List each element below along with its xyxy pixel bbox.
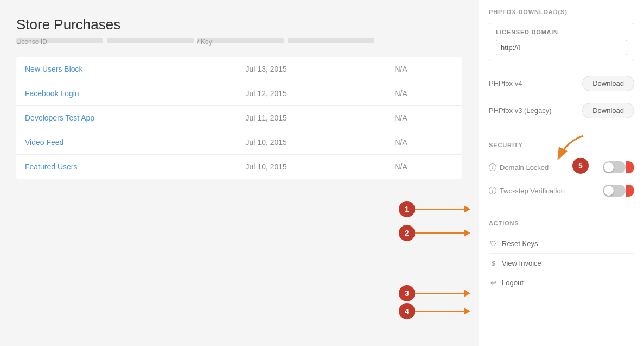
purchase-name[interactable]: Facebook Login	[16, 81, 237, 106]
download-rows: PHPfox v4 Download PHPfox v3 (Legacy) Do…	[489, 70, 634, 124]
purchase-status: N/A	[386, 57, 462, 81]
license-id-label: License ID:	[16, 38, 103, 43]
actions-rows: 🛡 Reset Keys $ View Invoice ↩ Logout	[489, 234, 634, 292]
key-label: / Key:	[197, 38, 284, 43]
security-label: i Two-step Verification	[489, 187, 565, 195]
purchase-date: Jul 13, 2015	[237, 57, 386, 81]
page-wrapper: Store Purchases License ID: / Key: New U…	[0, 0, 644, 346]
security-label: i Domain Locked	[489, 163, 549, 172]
table-row: Facebook Login Jul 12, 2015 N/A	[16, 81, 462, 106]
toggle-switch[interactable]	[603, 161, 626, 173]
purchase-status: N/A	[386, 155, 462, 179]
security-row: i Two-step Verification	[489, 179, 634, 202]
license-id-value	[107, 38, 194, 43]
license-info: License ID: / Key:	[16, 36, 462, 44]
purchase-status: N/A	[386, 81, 462, 106]
purchase-date: Jul 11, 2015	[237, 106, 386, 130]
download-button[interactable]: Download	[582, 103, 634, 118]
action-label: Reset Keys	[502, 240, 538, 248]
toggle-wrapper[interactable]	[603, 185, 634, 197]
toggle-end	[626, 185, 634, 197]
purchase-name[interactable]: Featured Users	[16, 155, 237, 179]
purchase-date: Jul 12, 2015	[237, 81, 386, 106]
table-row: Developers Test App Jul 11, 2015 N/A	[16, 106, 462, 130]
key-value	[288, 38, 374, 43]
purchase-table: New Users Block Jul 13, 2015 N/A Faceboo…	[16, 57, 462, 179]
layout: Store Purchases License ID: / Key: New U…	[0, 0, 644, 346]
security-rows: i Domain Locked i Two-step Verification	[489, 156, 634, 202]
action-row[interactable]: ↩ Logout	[489, 273, 634, 292]
licensed-domain-box: LICENSED DOMAIN	[489, 23, 634, 61]
purchase-date: Jul 10, 2015	[237, 155, 386, 179]
toggle-knob	[604, 162, 614, 172]
action-label: Logout	[502, 279, 524, 287]
toggle-knob	[604, 186, 614, 196]
action-label: View Invoice	[502, 259, 541, 267]
download-label: PHPfox v3 (Legacy)	[489, 106, 552, 115]
right-panel: PHPFOX DOWNLOAD(S) LICENSED DOMAIN PHPfo…	[479, 0, 644, 346]
toggle-switch[interactable]	[603, 185, 626, 197]
info-icon: i	[489, 187, 496, 194]
downloads-title: PHPFOX DOWNLOAD(S)	[489, 9, 634, 15]
download-label: PHPfox v4	[489, 79, 522, 87]
download-button[interactable]: Download	[582, 76, 634, 91]
downloads-header-section: PHPFOX DOWNLOAD(S) LICENSED DOMAIN PHPfo…	[479, 0, 644, 133]
toggle-end	[626, 161, 634, 173]
purchase-name[interactable]: Video Feed	[16, 130, 237, 155]
purchase-date: Jul 10, 2015	[237, 130, 386, 155]
security-title: SECURITY	[489, 142, 634, 148]
action-icon: 🛡	[489, 240, 498, 248]
toggle-wrapper[interactable]	[603, 161, 634, 173]
info-icon: i	[489, 163, 496, 171]
action-icon: $	[489, 259, 498, 267]
main-panel: Store Purchases License ID: / Key: New U…	[0, 0, 479, 346]
licensed-domain-label: LICENSED DOMAIN	[496, 29, 627, 35]
actions-title: ACTIONS	[489, 220, 634, 227]
action-icon: ↩	[489, 279, 498, 287]
action-row[interactable]: $ View Invoice	[489, 254, 634, 273]
purchase-name[interactable]: Developers Test App	[16, 106, 237, 130]
table-row: Video Feed Jul 10, 2015 N/A	[16, 130, 462, 155]
domain-input[interactable]	[496, 40, 627, 55]
purchase-status: N/A	[386, 130, 462, 155]
download-row: PHPfox v4 Download	[489, 70, 634, 97]
action-row[interactable]: 🛡 Reset Keys	[489, 234, 634, 254]
security-row: i Domain Locked	[489, 156, 634, 179]
actions-section: ACTIONS 🛡 Reset Keys $ View Invoice ↩ Lo…	[479, 211, 644, 301]
purchase-name[interactable]: New Users Block	[16, 57, 237, 81]
page-title: Store Purchases	[16, 16, 462, 33]
table-row: New Users Block Jul 13, 2015 N/A	[16, 57, 462, 81]
purchase-status: N/A	[386, 106, 462, 130]
security-section: SECURITY i Domain Locked i Two-step Veri…	[479, 133, 644, 211]
download-row: PHPfox v3 (Legacy) Download	[489, 97, 634, 124]
table-row: Featured Users Jul 10, 2015 N/A	[16, 155, 462, 179]
